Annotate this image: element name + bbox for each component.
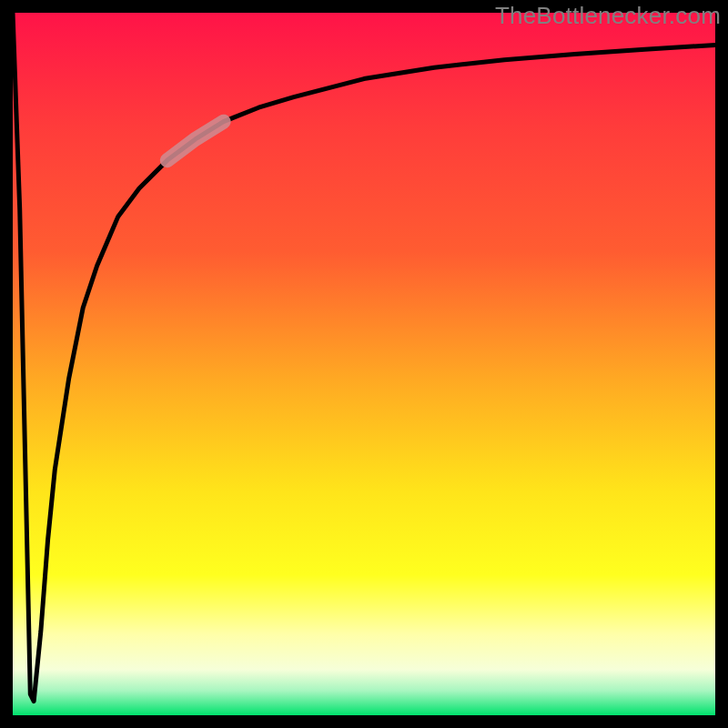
site-watermark: TheBottlenecker.com: [495, 2, 721, 30]
chart-canvas: [0, 0, 728, 728]
plot-background: [13, 13, 715, 715]
bottleneck-chart: [0, 0, 728, 728]
